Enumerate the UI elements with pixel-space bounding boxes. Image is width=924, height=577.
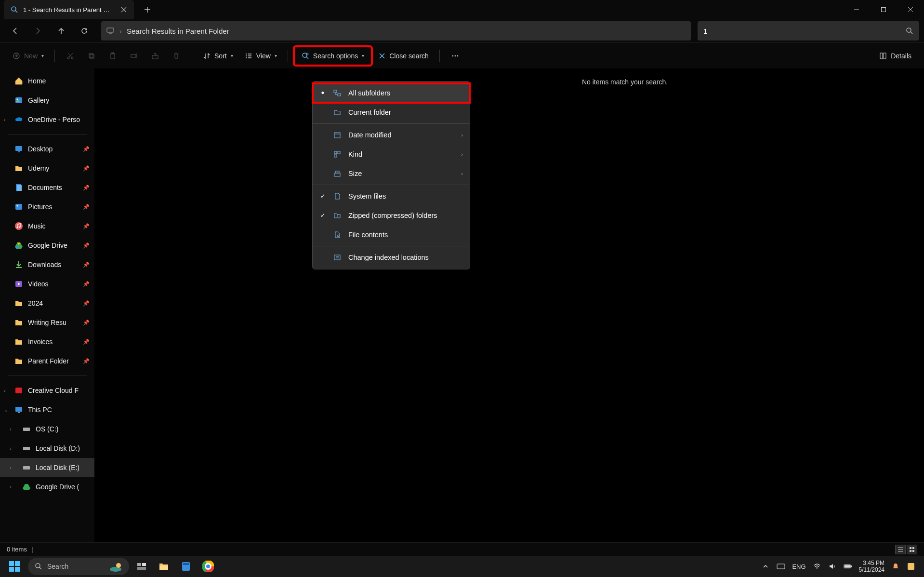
copy-button[interactable]	[82, 46, 101, 66]
svg-rect-82	[908, 563, 914, 570]
sidebar-item-pictures[interactable]: Pictures 📌	[0, 197, 94, 216]
sidebar-item-onedrive[interactable]: › OneDrive - Perso	[0, 110, 94, 129]
dropdown-item-file-contents[interactable]: File contents	[313, 225, 470, 244]
refresh-button[interactable]	[74, 21, 94, 40]
cut-button[interactable]	[61, 46, 80, 66]
dropdown-item-indexed[interactable]: Change indexed locations	[313, 248, 470, 267]
close-search-button[interactable]: Close search	[374, 46, 434, 66]
taskbar-search[interactable]: Search	[28, 558, 129, 575]
new-button[interactable]: New ▾	[8, 46, 49, 66]
folder-icon	[333, 108, 342, 117]
sidebar-item-parent[interactable]: Parent Folder 📌	[0, 351, 94, 371]
sidebar-item-writing[interactable]: Writing Resu 📌	[0, 313, 94, 332]
toolbar-separator	[54, 50, 55, 62]
sidebar[interactable]: Home Gallery › OneDrive - Perso Desktop …	[0, 68, 94, 556]
chevron-right-icon[interactable]: ›	[10, 465, 12, 470]
sort-button[interactable]: Sort ▾	[198, 46, 238, 66]
keyboard-icon[interactable]	[777, 562, 785, 571]
dropdown-item-all-subfolders[interactable]: • All subfolders	[313, 83, 470, 103]
sidebar-item-gdrive2[interactable]: › Google Drive (	[0, 477, 94, 496]
clock[interactable]: 3:45 PM 5/11/2024	[859, 560, 884, 574]
sidebar-item-gallery[interactable]: Gallery	[0, 91, 94, 110]
search-box[interactable]	[698, 21, 919, 40]
toolbar-separator	[288, 50, 288, 62]
chevron-down-icon[interactable]: ⌄	[4, 407, 8, 413]
sidebar-item-label: OneDrive - Perso	[28, 116, 80, 123]
sidebar-item-os-c[interactable]: › OS (C:)	[0, 419, 94, 439]
taskbar-app-taskview[interactable]	[132, 557, 151, 576]
chevron-right-icon[interactable]: ›	[4, 117, 6, 122]
sidebar-item-invoices[interactable]: Invoices 📌	[0, 332, 94, 351]
pin-icon: 📌	[83, 146, 90, 152]
sidebar-item-gdrive[interactable]: Google Drive 📌	[0, 236, 94, 255]
details-view-button[interactable]	[895, 545, 906, 554]
volume-icon[interactable]	[828, 562, 837, 571]
sidebar-item-label: This PC	[28, 406, 52, 414]
language-indicator[interactable]: ENG	[792, 563, 805, 570]
sidebar-item-home[interactable]: Home	[0, 71, 94, 91]
chevron-right-icon[interactable]: ›	[10, 484, 12, 490]
svg-rect-81	[851, 565, 852, 567]
chevron-right-icon[interactable]: ›	[10, 426, 12, 432]
folder-icon	[14, 318, 23, 327]
sidebar-item-udemy[interactable]: Udemy 📌	[0, 159, 94, 178]
sidebar-item-thispc[interactable]: ⌄ This PC	[0, 400, 94, 419]
chevron-up-icon[interactable]	[761, 562, 770, 571]
sidebar-item-videos[interactable]: Videos 📌	[0, 274, 94, 294]
search-options-button[interactable]: Search options ▾	[294, 46, 372, 66]
taskbar-app-calc[interactable]	[176, 557, 196, 576]
dropdown-item-system-files[interactable]: ✓ System files	[313, 187, 470, 206]
folder-icon	[14, 357, 23, 365]
sidebar-item-2024[interactable]: 2024 📌	[0, 294, 94, 313]
address-bar[interactable]: › Search Results in Parent Folder	[101, 21, 691, 40]
sidebar-item-label: Documents	[28, 184, 62, 191]
svg-rect-56	[334, 255, 340, 260]
search-icon[interactable]	[906, 27, 913, 35]
up-button[interactable]	[51, 21, 71, 40]
chevron-right-icon[interactable]: ›	[10, 445, 12, 451]
icons-view-button[interactable]	[907, 545, 917, 554]
svg-point-0	[12, 7, 16, 11]
more-button[interactable]	[446, 46, 465, 66]
maximize-button[interactable]	[870, 0, 897, 19]
dropdown-item-kind[interactable]: Kind ›	[313, 145, 470, 164]
tab[interactable]: 1 - Search Results in Parent Fol	[4, 0, 134, 19]
svg-rect-26	[15, 97, 22, 103]
battery-icon[interactable]	[844, 562, 852, 571]
tray-app-icon[interactable]	[907, 562, 915, 571]
start-button[interactable]	[4, 557, 25, 576]
search-input[interactable]	[703, 27, 901, 35]
sidebar-item-disk-d[interactable]: › Local Disk (D:)	[0, 439, 94, 458]
rename-button[interactable]	[124, 46, 144, 66]
dropdown-item-zipped[interactable]: ✓ Zipped (compressed) folders	[313, 206, 470, 225]
sidebar-item-label: OS (C:)	[36, 425, 58, 433]
dropdown-item-date-modified[interactable]: Date modified ›	[313, 125, 470, 145]
dropdown-item-current-folder[interactable]: Current folder	[313, 103, 470, 122]
toolbar-separator	[192, 50, 192, 62]
sidebar-item-disk-e[interactable]: › Local Disk (E:)	[0, 458, 94, 477]
chevron-right-icon[interactable]: ›	[4, 388, 6, 393]
svg-rect-15	[131, 54, 136, 57]
dropdown-item-size[interactable]: Size ›	[313, 164, 470, 183]
svg-rect-80	[844, 565, 850, 567]
share-button[interactable]	[145, 46, 165, 66]
back-button[interactable]	[5, 21, 25, 40]
details-button[interactable]: Details	[874, 46, 916, 66]
taskbar-app-explorer[interactable]	[154, 557, 173, 576]
new-tab-button[interactable]	[139, 1, 156, 18]
sidebar-item-documents[interactable]: Documents 📌	[0, 178, 94, 197]
forward-button[interactable]	[28, 21, 48, 40]
sidebar-item-desktop[interactable]: Desktop 📌	[0, 139, 94, 159]
sidebar-item-cc[interactable]: › Creative Cloud F	[0, 381, 94, 400]
wifi-icon[interactable]	[813, 562, 821, 571]
close-window-button[interactable]	[897, 0, 924, 19]
notification-icon[interactable]	[891, 562, 900, 571]
view-button[interactable]: View ▾	[240, 46, 282, 66]
minimize-button[interactable]	[843, 0, 870, 19]
paste-button[interactable]	[103, 46, 122, 66]
taskbar-app-chrome[interactable]	[198, 557, 218, 576]
close-icon[interactable]	[120, 6, 127, 13]
delete-button[interactable]	[167, 46, 186, 66]
sidebar-item-downloads[interactable]: Downloads 📌	[0, 255, 94, 274]
sidebar-item-music[interactable]: Music 📌	[0, 216, 94, 236]
